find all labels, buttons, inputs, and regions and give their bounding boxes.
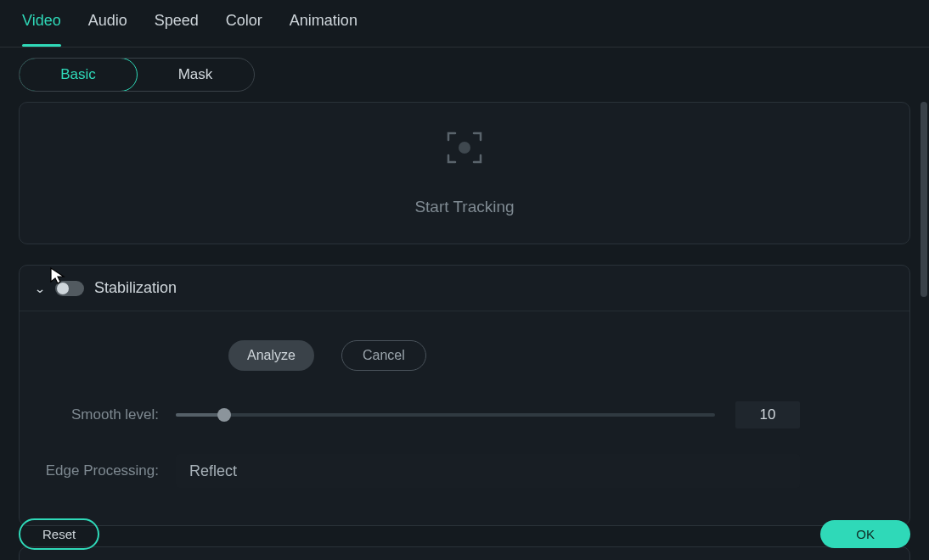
tab-color[interactable]: Color bbox=[226, 12, 262, 47]
stabilization-title: Stabilization bbox=[94, 279, 177, 297]
reset-button[interactable]: Reset bbox=[19, 518, 99, 550]
motion-tracking-panel: Start Tracking bbox=[19, 102, 910, 244]
tracking-target-icon[interactable] bbox=[445, 128, 484, 167]
stabilization-body: Analyze Cancel Smooth level: 10 Edge Pro… bbox=[20, 311, 909, 525]
svg-point-0 bbox=[459, 142, 470, 154]
start-tracking-label[interactable]: Start Tracking bbox=[414, 198, 514, 216]
subtab-mask[interactable]: Mask bbox=[137, 59, 254, 91]
smooth-level-slider[interactable] bbox=[176, 413, 715, 417]
slider-thumb[interactable] bbox=[217, 408, 231, 422]
edge-processing-label: Edge Processing: bbox=[40, 462, 176, 479]
sub-tab-bar: Basic Mask bbox=[0, 48, 929, 102]
cancel-button[interactable]: Cancel bbox=[341, 340, 426, 371]
chevron-down-icon[interactable]: ⌄ bbox=[34, 282, 46, 295]
subtab-basic[interactable]: Basic bbox=[19, 58, 138, 92]
smooth-level-value[interactable]: 10 bbox=[735, 401, 800, 428]
ok-button[interactable]: OK bbox=[820, 520, 910, 548]
tab-animation[interactable]: Animation bbox=[290, 12, 358, 47]
stabilization-panel: ⌄ Stabilization Analyze Cancel Smooth le… bbox=[19, 265, 910, 526]
tab-video[interactable]: Video bbox=[22, 12, 61, 47]
stabilization-toggle[interactable] bbox=[55, 281, 84, 296]
footer-bar: Reset OK bbox=[0, 518, 929, 550]
stabilization-header: ⌄ Stabilization bbox=[20, 266, 909, 311]
tab-speed[interactable]: Speed bbox=[155, 12, 199, 47]
edge-processing-select[interactable]: Reflect bbox=[176, 454, 800, 488]
tab-audio[interactable]: Audio bbox=[88, 12, 127, 47]
analyze-button[interactable]: Analyze bbox=[228, 340, 314, 371]
top-tabs: Video Audio Speed Color Animation bbox=[0, 0, 929, 48]
scrollbar-thumb[interactable] bbox=[921, 102, 927, 297]
smooth-level-label: Smooth level: bbox=[40, 406, 176, 423]
